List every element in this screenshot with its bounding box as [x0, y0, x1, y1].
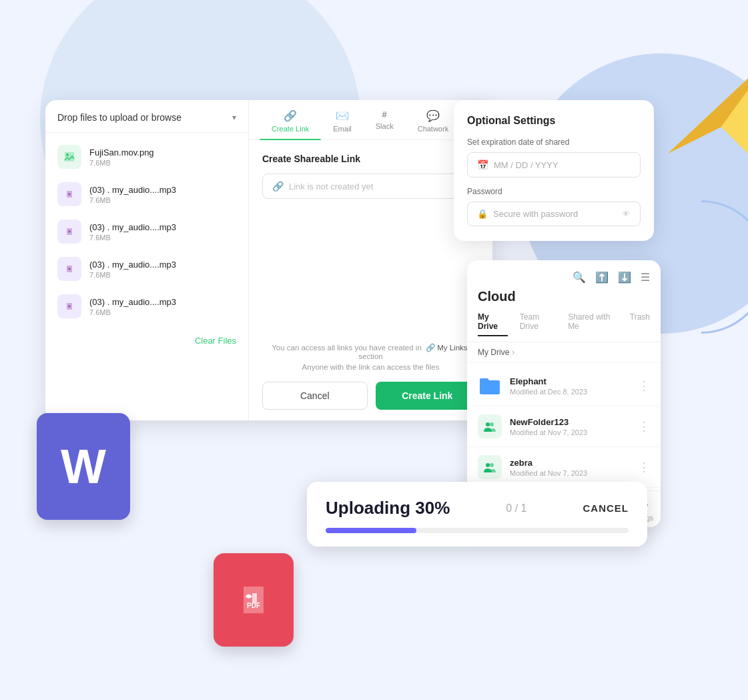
share-access-info: Anyone with the link can access the file… [262, 363, 479, 371]
file-info: (03) . my_audio....mp3 7.6MB [89, 222, 236, 242]
lock-icon: 🔒 [477, 209, 488, 219]
word-letter: W [61, 439, 106, 494]
create-link-button[interactable]: Create Link [376, 382, 480, 410]
upload-progress-bar [326, 528, 629, 533]
share-info-line1: You can access all links you have create… [262, 343, 479, 360]
cloud-file-info: Elephant Modified at Dec 8, 2023 [510, 376, 630, 396]
file-drop-label: Drop files to upload or browse [57, 112, 181, 123]
cloud-title: Cloud [478, 289, 650, 304]
file-item[interactable]: (03) . my_audio....mp3 7.6MB [45, 250, 248, 288]
file-list: FujiSan.mov.png 7.6MB (03) . my_audio...… [45, 133, 248, 330]
file-size: 7.6MB [89, 196, 236, 204]
file-name: (03) . my_audio....mp3 [89, 185, 236, 195]
download-icon[interactable]: ⬇️ [618, 271, 631, 284]
expiry-label: Set expiration date of shared [467, 137, 641, 147]
share-footer: You can access all links you have create… [249, 343, 492, 420]
link-icon: 🔗 [284, 109, 297, 122]
file-info: (03) . my_audio....mp3 7.6MB [89, 260, 236, 279]
cloud-file-item[interactable]: NewFolder123 Modified at Nov 7, 2023 ⋮ [467, 406, 661, 447]
tab-slack[interactable]: # Slack [364, 100, 406, 139]
file-size: 7.6MB [89, 308, 236, 316]
pdf-doc-icon: PDF [214, 553, 294, 647]
upload-progress-card: Uploading 30% 0 / 1 CANCEL [307, 482, 647, 547]
file-item[interactable]: (03) . my_audio....mp3 7.6MB [45, 176, 248, 213]
cloud-tab-trash[interactable]: Trash [630, 312, 650, 336]
expiry-input[interactable]: 📅 MM / DD / YYYY [467, 152, 641, 178]
password-label: Password [467, 187, 641, 196]
cloud-file-name: NewFolder123 [510, 417, 630, 427]
file-name: (03) . my_audio....mp3 [89, 260, 236, 270]
file-drop-header[interactable]: Drop files to upload or browse ▾ [45, 100, 248, 133]
file-name: (03) . my_audio....mp3 [89, 222, 236, 232]
upload-count: 0 / 1 [506, 502, 526, 514]
file-type-icon [57, 145, 81, 169]
cloud-file-date: Modified at Dec 8, 2023 [510, 388, 630, 396]
more-options-icon[interactable]: ⋮ [638, 419, 650, 434]
upload-cancel-button[interactable]: CANCEL [583, 502, 629, 514]
file-item[interactable]: (03) . my_audio....mp3 7.6MB [45, 213, 248, 250]
upload-icon[interactable]: ⬆️ [595, 271, 609, 284]
cloud-header: 🔍 ⬆️ ⬇️ ☰ Cloud My Drive Team Drive Shar… [467, 260, 661, 342]
file-item[interactable]: FujiSan.mov.png 7.6MB [45, 138, 248, 176]
tab-chatwork[interactable]: 💬 Chatwork [406, 100, 460, 139]
svg-point-12 [486, 463, 490, 467]
link-input-box[interactable]: 🔗 Link is not created yet [262, 173, 479, 199]
email-icon: ✉️ [336, 109, 349, 122]
more-options-icon[interactable]: ⋮ [638, 378, 650, 393]
file-info: (03) . my_audio....mp3 7.6MB [89, 297, 236, 316]
breadcrumb-chevron: › [512, 348, 514, 357]
cloud-tab-shared[interactable]: Shared with Me [568, 312, 618, 336]
optional-settings-title: Optional Settings [467, 115, 641, 127]
sort-icon[interactable]: ☰ [641, 271, 650, 284]
cloud-file-name: Elephant [510, 376, 630, 386]
password-input[interactable]: 🔒 Secure with password 👁 [467, 202, 641, 226]
calendar-icon: 📅 [477, 159, 488, 170]
breadcrumb-my-drive: My Drive [478, 348, 509, 357]
folder-icon [478, 374, 502, 398]
cloud-files-list: Elephant Modified at Dec 8, 2023 ⋮ NewFo… [467, 363, 661, 490]
tab-email[interactable]: ✉️ Email [321, 100, 364, 139]
search-icon[interactable]: 🔍 [573, 271, 586, 284]
file-size: 7.6MB [89, 234, 236, 242]
clear-files-button[interactable]: Clear Files [45, 330, 248, 355]
file-info: (03) . my_audio....mp3 7.6MB [89, 185, 236, 204]
svg-text:PDF: PDF [247, 602, 260, 609]
cloud-file-name: zebra [510, 458, 630, 468]
eye-icon[interactable]: 👁 [622, 209, 631, 219]
file-size: 7.6MB [89, 271, 236, 279]
upload-progress-fill [326, 528, 416, 533]
action-buttons: Cancel Create Link [262, 382, 479, 410]
cloud-file-date: Modified at Nov 7, 2023 [510, 428, 630, 436]
file-name: FujiSan.mov.png [89, 147, 236, 157]
tab-chatwork-label: Chatwork [418, 125, 448, 133]
tab-email-label: Email [333, 125, 352, 133]
tab-create-link-label: Create Link [272, 125, 309, 133]
cancel-button[interactable]: Cancel [262, 382, 368, 410]
file-sidebar: Drop files to upload or browse ▾ FujiSan… [45, 100, 249, 420]
chatwork-icon: 💬 [426, 109, 440, 122]
cloud-tab-my-drive[interactable]: My Drive [478, 312, 508, 336]
upload-info-row: Uploading 30% 0 / 1 CANCEL [326, 498, 629, 518]
link-placeholder-icon: 🔗 [272, 181, 284, 192]
tab-create-link[interactable]: 🔗 Create Link [260, 100, 321, 139]
cloud-file-info: NewFolder123 Modified at Nov 7, 2023 [510, 417, 630, 436]
more-options-icon[interactable]: ⋮ [638, 460, 650, 474]
shared-folder-icon [478, 455, 502, 479]
word-doc-icon: W [37, 413, 130, 520]
cloud-file-item[interactable]: Elephant Modified at Dec 8, 2023 ⋮ [467, 366, 661, 406]
svg-point-13 [490, 463, 494, 467]
tab-slack-label: Slack [376, 122, 394, 130]
main-panel: Drop files to upload or browse ▾ FujiSan… [45, 100, 492, 420]
file-type-icon [57, 182, 81, 206]
cloud-file-info: zebra Modified at Nov 7, 2023 [510, 458, 630, 477]
svg-point-10 [486, 422, 490, 426]
link-placeholder-text: Link is not created yet [289, 182, 373, 192]
cloud-tab-team-drive[interactable]: Team Drive [520, 312, 556, 336]
file-info: FujiSan.mov.png 7.6MB [89, 147, 236, 167]
file-type-icon [57, 294, 81, 318]
share-title: Create Shareable Link [262, 153, 479, 164]
svg-point-11 [490, 422, 494, 426]
cloud-toolbar: 🔍 ⬆️ ⬇️ ☰ [478, 271, 650, 284]
file-item[interactable]: (03) . my_audio....mp3 7.6MB [45, 288, 248, 325]
chevron-down-icon: ▾ [232, 113, 236, 122]
